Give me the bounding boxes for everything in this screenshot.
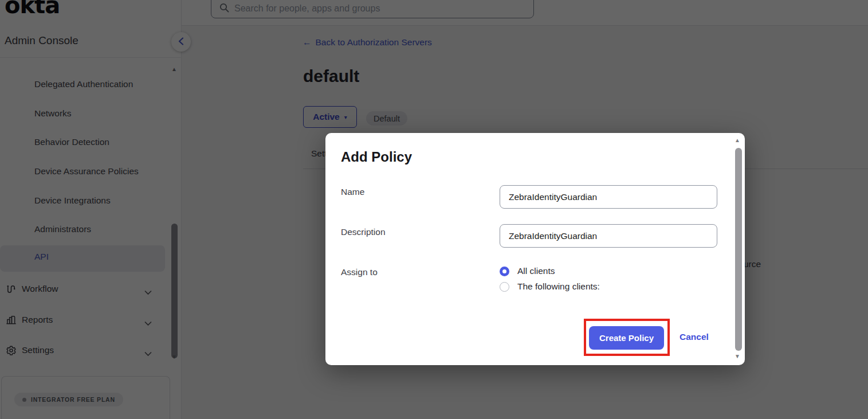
radio-all-clients-label: All clients xyxy=(517,266,555,276)
description-field[interactable] xyxy=(500,224,717,248)
radio-unselected-icon xyxy=(500,282,509,292)
add-policy-modal: Add Policy Name Description Assign to Al… xyxy=(325,133,745,365)
name-label: Name xyxy=(341,187,364,197)
modal-scroll-down-icon[interactable]: ▼ xyxy=(735,354,740,359)
modal-scroll-up-icon[interactable]: ▲ xyxy=(735,138,740,143)
radio-following-clients-label: The following clients: xyxy=(517,281,600,292)
create-policy-button[interactable]: Create Policy xyxy=(589,326,664,350)
cancel-button[interactable]: Cancel xyxy=(680,332,709,342)
okta-admin-console-screen: okta Admin Console ▲ Delegated Authentic… xyxy=(0,0,868,419)
modal-title: Add Policy xyxy=(341,149,412,165)
modal-scrollbar-thumb[interactable] xyxy=(735,148,742,351)
assign-to-label: Assign to xyxy=(341,267,378,277)
description-label: Description xyxy=(341,227,386,237)
radio-all-clients[interactable]: All clients xyxy=(500,266,555,276)
name-field[interactable] xyxy=(500,185,717,209)
radio-following-clients[interactable]: The following clients: xyxy=(500,281,600,292)
radio-selected-icon xyxy=(500,267,509,276)
